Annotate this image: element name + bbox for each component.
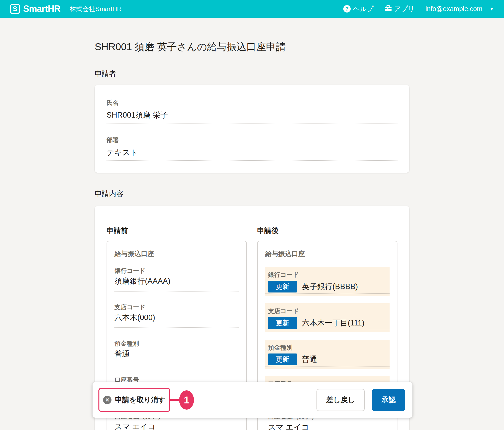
applicant-department-field: 部署 テキスト (107, 136, 397, 161)
field-label: 部署 (107, 136, 397, 144)
after-account-type: 預金種別 更新 普通 (265, 340, 390, 369)
updated-badge: 更新 (268, 317, 297, 329)
help-label: ヘルプ (353, 4, 374, 13)
header-actions: ? ヘルプ アプリ info@example.com ▼ (343, 4, 494, 13)
logo-letter: S (13, 6, 17, 12)
annotation-number-badge: 1 (179, 390, 194, 410)
field-value: テキスト (107, 148, 397, 157)
app-header: S SmartHR 株式会社SmartHR ? ヘルプ アプリ info@exa… (0, 0, 504, 18)
company-name: 株式会社SmartHR (70, 5, 122, 13)
field-label: 預金種別 (114, 340, 239, 347)
field-value: 普通 (302, 353, 317, 365)
briefcase-icon (384, 5, 392, 13)
field-label: 銀行コード (114, 267, 239, 274)
field-label: 氏名 (107, 99, 397, 106)
after-heading: 申請後 (257, 226, 397, 235)
annotation-connector (170, 399, 180, 401)
field-value: 六本木(000) (114, 313, 239, 322)
field-value: 英子銀行(BBBB) (302, 281, 358, 292)
caret-down-icon[interactable]: ▼ (489, 6, 494, 12)
main-content: SHR001 須磨 英子さんの給与振込口座申請 申請者 氏名 SHR001須磨 … (95, 18, 409, 430)
remand-label: 差し戻し (326, 395, 355, 405)
updated-badge: 更新 (268, 353, 297, 365)
applicant-section-heading: 申請者 (95, 69, 409, 78)
group-title: 給与振込口座 (265, 250, 390, 258)
field-label: 預金種別 (268, 344, 387, 351)
remand-button[interactable]: 差し戻し (316, 389, 365, 411)
help-link[interactable]: ? ヘルプ (343, 4, 374, 13)
field-value: 六本木一丁目(111) (302, 317, 364, 329)
annotation-number: 1 (184, 395, 189, 406)
smarthr-logo[interactable]: S SmartHR (10, 4, 60, 14)
apps-link[interactable]: アプリ (384, 4, 415, 13)
question-circle-icon: ? (343, 5, 351, 13)
applicant-card: 氏名 SHR001須磨 栄子 部署 テキスト (95, 85, 409, 173)
field-value: 須磨銀行(AAAA) (114, 277, 239, 286)
field-value: SHR001須磨 栄子 (107, 111, 397, 120)
times-circle-icon: ✕ (103, 396, 111, 404)
action-bar: ✕ 申請を取り消す 1 差し戻し 承認 (93, 382, 412, 418)
page-title: SHR001 須磨 英子さんの給与振込口座申請 (95, 18, 409, 53)
updated-badge: 更新 (268, 281, 297, 292)
applicant-name-field: 氏名 SHR001須磨 栄子 (107, 99, 397, 123)
field-value: 普通 (114, 350, 239, 358)
field-label: 支店コード (268, 307, 387, 315)
group-title: 給与振込口座 (114, 250, 239, 258)
after-branch-code: 支店コード 更新 六本木一丁目(111) (265, 303, 390, 332)
smarthr-approval-page: S SmartHR 株式会社SmartHR ? ヘルプ アプリ info@exa… (0, 0, 504, 430)
field-label: 銀行コード (268, 271, 387, 278)
before-branch-code: 支店コード 六本木(000) (114, 303, 239, 328)
cancel-request-button[interactable]: ✕ 申請を取り消す (98, 388, 170, 412)
cancel-request-label: 申請を取り消す (115, 395, 165, 405)
field-value: スマ エイコ (114, 422, 239, 430)
user-email: info@example.com (425, 5, 483, 13)
before-heading: 申請前 (107, 226, 247, 235)
approve-label: 承認 (381, 395, 396, 405)
after-bank-code: 銀行コード 更新 英子銀行(BBBB) (265, 267, 390, 296)
before-bank-code: 銀行コード 須磨銀行(AAAA) (114, 267, 239, 292)
smarthr-logo-icon: S (10, 4, 20, 14)
before-account-type: 預金種別 普通 (114, 340, 239, 364)
account-menu[interactable]: info@example.com (425, 5, 483, 13)
request-section-heading: 申請内容 (95, 189, 409, 198)
field-value: スマ エイコ (268, 422, 387, 430)
logo-text: SmartHR (23, 4, 60, 14)
apps-label: アプリ (394, 4, 415, 13)
approve-button[interactable]: 承認 (372, 389, 405, 411)
field-label: 支店コード (114, 303, 239, 311)
